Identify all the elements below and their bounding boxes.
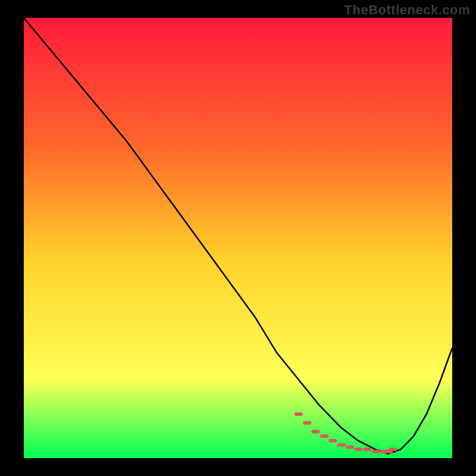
marker-segment: [355, 447, 363, 451]
chart-container: TheBottleneck.com: [0, 0, 476, 476]
bottleneck-chart: [24, 18, 452, 458]
marker-segment: [312, 430, 320, 434]
heat-background: [24, 18, 452, 458]
plot-area: [24, 18, 452, 458]
watermark-label: TheBottleneck.com: [345, 2, 470, 18]
marker-segment: [295, 412, 303, 416]
marker-segment: [389, 447, 397, 451]
marker-segment: [371, 450, 380, 453]
marker-segment: [303, 421, 311, 425]
marker-segment: [328, 439, 337, 442]
marker-segment: [320, 434, 328, 438]
marker-segment: [363, 447, 371, 451]
marker-segment: [346, 446, 354, 449]
marker-segment: [337, 443, 346, 447]
